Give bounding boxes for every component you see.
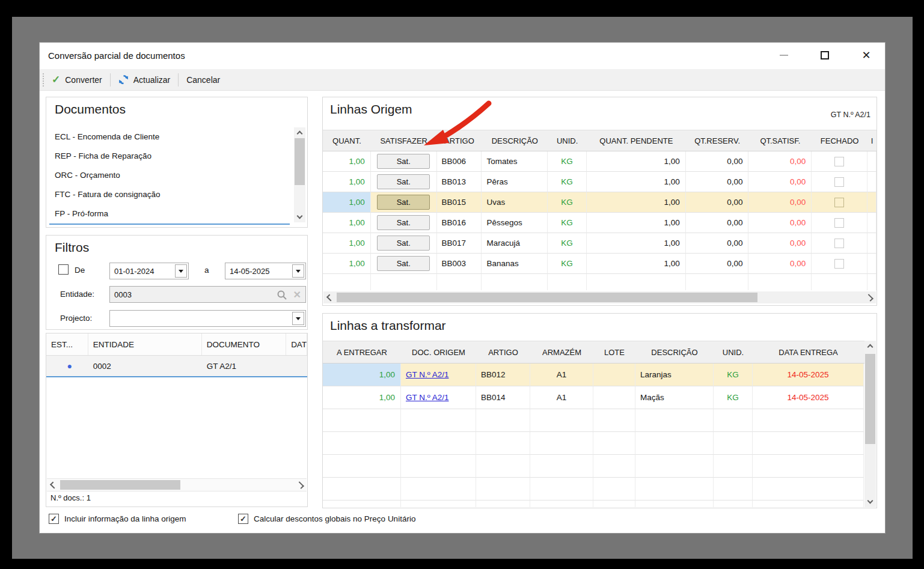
trans-cell-lote[interactable] (593, 409, 635, 432)
origem-row[interactable]: 1,00Sat.BB015UvasKG1,000,000,00 (323, 192, 877, 213)
origem-cell-satisf[interactable]: 0,00 (748, 172, 812, 192)
trans-cell-armazem[interactable] (530, 455, 593, 478)
origem-cell-descricao[interactable]: Pêssegos (482, 213, 548, 233)
origem-cell-satisf[interactable] (748, 274, 812, 290)
docs-column-header[interactable]: ENTIDADE (88, 333, 202, 355)
converter-button[interactable]: ✓ Converter (44, 72, 110, 88)
documento-list-item[interactable]: FTC - Fatura de consignação (47, 185, 291, 204)
origem-cell-satisfazer[interactable]: Sat. (371, 233, 437, 254)
transformar-row[interactable] (323, 478, 864, 501)
origem-cell-fechado[interactable] (812, 233, 867, 254)
trans-cell-entregar[interactable] (323, 501, 401, 507)
origem-cell-unid[interactable]: KG (548, 233, 587, 254)
trans-cell-descricao[interactable] (635, 432, 714, 455)
trans-cell-data-entrega[interactable] (753, 478, 864, 501)
trans-cell-unid[interactable] (714, 478, 753, 501)
transformar-column-header[interactable]: DATA ENTREGA (753, 341, 864, 363)
calcular-descontos-checkbox[interactable]: ✓ (238, 514, 248, 524)
origem-cell-reserv[interactable]: 0,00 (686, 172, 749, 192)
fechado-checkbox[interactable] (834, 198, 844, 207)
incluir-info-checkbox[interactable]: ✓ (49, 514, 59, 524)
origem-cell-descricao[interactable]: Bananas (482, 254, 548, 274)
origem-cell-satisfazer[interactable]: Sat. (371, 254, 437, 274)
trans-cell-unid[interactable]: KG (714, 364, 753, 386)
trans-cell-unid[interactable] (714, 432, 753, 455)
docs-cell-entidade[interactable]: 0002 (88, 356, 202, 376)
origem-column-header[interactable]: DESCRIÇÃO (482, 130, 548, 151)
origem-cell-descricao[interactable]: Pêras (482, 172, 548, 192)
origem-cell-reserv[interactable]: 0,00 (686, 213, 749, 233)
docs-table-row[interactable]: ●0002GT A2/1 (46, 356, 307, 377)
documentos-scrollbar[interactable] (294, 127, 305, 222)
transformar-row[interactable] (323, 432, 864, 455)
trans-cell-descricao[interactable] (635, 409, 714, 432)
origem-cell-quant[interactable]: 1,00 (323, 254, 371, 274)
origem-column-header[interactable]: ARTIGO (437, 130, 482, 151)
origem-cell-pendente[interactable] (587, 274, 686, 290)
origem-cell-descricao[interactable]: Uvas (482, 192, 548, 213)
origem-row[interactable]: 1,00Sat.BB003BananasKG1,000,000,00 (323, 254, 877, 274)
transformar-column-header[interactable]: LOTE (593, 341, 635, 363)
doc-origem-link[interactable]: GT N.º A2/1 (406, 393, 448, 402)
trans-cell-artigo[interactable] (476, 409, 530, 432)
trans-cell-artigo[interactable]: BB012 (476, 364, 530, 386)
trans-cell-armazem[interactable]: A1 (530, 386, 593, 409)
transformar-row[interactable] (323, 501, 864, 507)
transformar-row[interactable]: 1,00GT N.º A2/1BB012A1LaranjasKG14-05-20… (323, 364, 864, 386)
origem-cell-unid[interactable]: KG (548, 151, 587, 172)
origem-cell-quant[interactable]: 1,00 (323, 172, 371, 192)
cancelar-button[interactable]: Cancelar (179, 72, 228, 88)
projecto-combobox[interactable] (109, 310, 306, 327)
origem-cell-pendente[interactable]: 1,00 (587, 172, 686, 192)
origem-cell-satisf[interactable]: 0,00 (748, 151, 812, 172)
documento-list-item[interactable]: ORC - Orçamento (47, 166, 291, 185)
origem-cell-satisf[interactable]: 0,00 (748, 192, 812, 213)
origem-cell-satisfazer[interactable]: Sat. (371, 192, 437, 213)
trans-cell-data-entrega[interactable]: 14-05-2025 (753, 386, 864, 409)
origem-cell-unid[interactable] (548, 274, 587, 290)
trans-cell-entregar[interactable] (323, 432, 401, 455)
trans-cell-unid[interactable] (714, 501, 753, 507)
transformar-column-header[interactable]: A ENTREGAR (323, 341, 401, 363)
trans-cell-armazem[interactable] (530, 501, 593, 507)
docs-column-header[interactable]: EST... (46, 333, 88, 355)
origem-row[interactable]: 1,00Sat.BB017MaracujáKG1,000,000,00 (323, 233, 877, 254)
date-from-dropdown-button[interactable] (175, 264, 187, 278)
sat-button[interactable]: Sat. (377, 256, 430, 271)
transformar-column-header[interactable]: DOC. ORIGEM (401, 341, 476, 363)
trans-cell-armazem[interactable] (530, 409, 593, 432)
origem-cell-satisf[interactable]: 0,00 (748, 254, 812, 274)
origem-row[interactable]: 1,00Sat.BB006TomatesKG1,000,000,00 (323, 151, 877, 172)
origem-column-header[interactable]: FECHADO (812, 130, 867, 151)
trans-cell-descricao[interactable] (635, 501, 714, 507)
date-to-dropdown-button[interactable] (292, 264, 304, 278)
transformar-column-header[interactable]: ARTIGO (476, 341, 530, 363)
docs-horizontal-scrollbar[interactable] (47, 478, 307, 491)
origem-cell-satisfazer[interactable]: Sat. (371, 172, 437, 192)
fechado-checkbox[interactable] (834, 177, 844, 187)
trans-cell-data-entrega[interactable] (753, 409, 864, 432)
origem-cell-pendente[interactable]: 1,00 (587, 192, 686, 213)
minimize-button[interactable] (770, 46, 798, 64)
clear-icon[interactable]: ✕ (293, 289, 301, 300)
origem-cell-artigo[interactable]: BB017 (437, 233, 482, 254)
origem-cell-artigo[interactable]: BB013 (437, 172, 482, 192)
entidade-field[interactable]: 0003 ✕ (109, 286, 306, 303)
actualizar-button[interactable]: Actualizar (111, 72, 178, 88)
docs-cell-data[interactable] (286, 356, 307, 376)
scrollbar-thumb[interactable] (337, 293, 757, 302)
origem-cell-satisfazer[interactable]: Sat. (371, 151, 437, 172)
fechado-checkbox[interactable] (834, 157, 844, 166)
de-checkbox[interactable] (58, 264, 69, 275)
origem-row[interactable] (323, 274, 877, 290)
trans-cell-doc-origem[interactable] (401, 455, 476, 478)
documento-list-item[interactable]: REP - Ficha de Reparação (47, 147, 291, 166)
origem-cell-reserv[interactable]: 0,00 (686, 151, 749, 172)
trans-cell-lote[interactable] (593, 478, 635, 501)
scrollbar-thumb[interactable] (295, 138, 305, 185)
origem-cell-fechado[interactable] (812, 254, 867, 274)
trans-cell-entregar[interactable] (323, 478, 401, 501)
trans-cell-armazem[interactable]: A1 (530, 364, 593, 386)
origem-cell-pendente[interactable]: 1,00 (587, 254, 686, 274)
origem-cell-reserv[interactable]: 0,00 (686, 192, 749, 213)
